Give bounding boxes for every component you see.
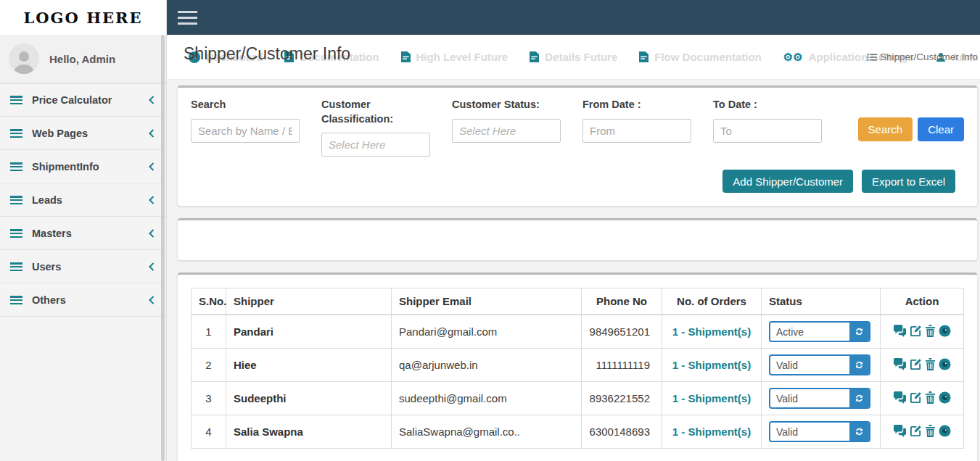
chevron-left-icon xyxy=(148,196,155,204)
edit-icon[interactable] xyxy=(910,358,922,370)
view-icon[interactable] xyxy=(939,391,951,404)
user-panel: Hello, Admin xyxy=(0,35,166,83)
sidebar-item-price-calculator[interactable]: Price Calculator xyxy=(0,83,166,117)
clear-button[interactable]: Clear xyxy=(918,117,964,141)
status-value: Valid xyxy=(770,393,849,404)
cell-status: Valid xyxy=(762,349,881,382)
search-input[interactable] xyxy=(191,119,300,143)
cell-actions xyxy=(881,382,964,415)
cell-shipper: Pandari xyxy=(226,315,392,349)
to-date-input[interactable] xyxy=(713,119,822,143)
customer-classification-select[interactable] xyxy=(321,133,430,157)
topnav-item-details-future[interactable]: Details Future xyxy=(530,51,617,63)
chevron-left-icon xyxy=(148,96,155,104)
search-button[interactable]: Search xyxy=(858,117,913,141)
from-date-input[interactable] xyxy=(582,119,691,143)
topnav-label: High Level Future xyxy=(416,51,508,63)
edit-icon[interactable] xyxy=(910,325,922,337)
edit-icon[interactable] xyxy=(910,425,922,437)
table-row: 3 Sudeepthi sudeepthi@gmail.com 89362215… xyxy=(192,382,964,415)
refresh-icon xyxy=(855,427,864,436)
shipments-link[interactable]: 1 - Shipment(s) xyxy=(662,415,762,449)
view-icon[interactable] xyxy=(939,358,951,370)
cell-sno: 3 xyxy=(192,382,226,415)
sidebar-item-masters[interactable]: Masters xyxy=(0,217,166,250)
chevron-left-icon xyxy=(148,162,155,171)
topnav-label: Flow Documentation xyxy=(654,51,762,63)
sidebar-item-shipmentinfo[interactable]: ShipmentInfo xyxy=(0,150,166,183)
cell-actions xyxy=(881,415,964,449)
cell-phone: 1111111119 xyxy=(582,349,662,382)
chevron-left-icon xyxy=(148,262,155,271)
col-orders: No. of Orders xyxy=(662,288,762,315)
status-refresh-button[interactable] xyxy=(849,423,869,441)
col-action: Action xyxy=(881,288,964,315)
sidebar-item-label: Web Pages xyxy=(32,128,148,139)
cell-email: sudeepthi@gmail.com xyxy=(392,382,582,415)
table-row: 2 Hiee qa@arjunweb.in 1111111119 1 - Shi… xyxy=(192,349,964,382)
topnav-label: Details Future xyxy=(545,51,617,63)
document-icon xyxy=(401,51,411,62)
delete-icon[interactable] xyxy=(925,425,936,437)
sidebar-item-leads[interactable]: Leads xyxy=(0,183,166,217)
sidebar-menu: Price Calculator Web Pages ShipmentInfo … xyxy=(0,83,166,317)
sidebar-item-label: Users xyxy=(32,261,148,273)
status-select[interactable]: Valid xyxy=(769,388,870,409)
status-value: Valid xyxy=(770,426,849,438)
cell-sno: 1 xyxy=(192,315,226,349)
status-select[interactable]: Valid xyxy=(769,354,870,375)
topnav-item-high-level-future[interactable]: High Level Future xyxy=(401,51,508,63)
sidebar-item-label: Masters xyxy=(32,228,148,239)
topnav-item-flow-documentation[interactable]: Flow Documentation xyxy=(639,51,762,63)
delete-icon[interactable] xyxy=(925,325,936,337)
search-label: Search xyxy=(191,98,300,112)
menu-bars-icon xyxy=(10,162,22,171)
hamburger-menu-icon[interactable] xyxy=(178,11,197,25)
col-phone: Phone No xyxy=(582,288,662,315)
cell-phone: 9849651201 xyxy=(582,315,662,349)
delete-icon[interactable] xyxy=(925,358,936,370)
sidebar-item-users[interactable]: Users xyxy=(0,250,166,283)
sidebar-item-others[interactable]: Others xyxy=(0,283,166,317)
edit-icon[interactable] xyxy=(910,391,922,404)
cell-shipper: Sudeepthi xyxy=(226,382,392,415)
delete-icon[interactable] xyxy=(925,391,936,404)
status-refresh-button[interactable] xyxy=(849,323,869,341)
cell-phone: 6300148693 xyxy=(582,415,662,449)
comments-icon[interactable] xyxy=(893,325,907,337)
sidebar: LOGO HERE Hello, Admin Price Calculator … xyxy=(0,0,167,461)
export-to-excel-button[interactable]: Export to Excel xyxy=(862,170,955,193)
shipments-link[interactable]: 1 - Shipment(s) xyxy=(662,349,762,382)
table-header-row: S.No. Shipper Shipper Email Phone No No.… xyxy=(192,288,964,315)
col-shipper: Shipper xyxy=(226,288,392,315)
sidebar-scrollbar[interactable] xyxy=(161,35,165,461)
top-navbar xyxy=(167,0,980,35)
menu-bars-icon xyxy=(10,96,22,104)
customer-status-select[interactable] xyxy=(452,119,561,143)
view-icon[interactable] xyxy=(939,425,951,437)
status-refresh-button[interactable] xyxy=(849,356,869,374)
status-select[interactable]: Active xyxy=(769,321,870,342)
sidebar-item-web-pages[interactable]: Web Pages xyxy=(0,117,166,150)
sidebar-item-label: Leads xyxy=(32,194,148,206)
sidebar-item-label: ShipmentInfo xyxy=(32,161,148,173)
shipments-link[interactable]: 1 - Shipment(s) xyxy=(662,315,762,349)
status-select[interactable]: Valid xyxy=(769,421,870,442)
status-refresh-button[interactable] xyxy=(849,389,869,407)
cell-email: qa@arjunweb.in xyxy=(392,349,582,382)
cell-sno: 2 xyxy=(192,349,226,382)
comments-icon[interactable] xyxy=(893,358,907,370)
shipments-link[interactable]: 1 - Shipment(s) xyxy=(662,382,762,415)
classification-label: Customer Classification: xyxy=(321,98,430,126)
add-shipper-customer-button[interactable]: Add Shipper/Customer xyxy=(722,170,853,193)
customer-status-label: Customer Status: xyxy=(452,98,561,112)
view-icon[interactable] xyxy=(939,325,951,337)
comments-icon[interactable] xyxy=(893,391,907,404)
document-icon xyxy=(639,51,648,62)
cell-shipper: Hiee xyxy=(226,349,392,382)
main-area: Dashboard Documentation High Level Futur… xyxy=(167,0,980,461)
comments-icon[interactable] xyxy=(893,425,907,437)
cell-shipper: Salia Swapna xyxy=(226,415,392,449)
from-date-label: From Date : xyxy=(582,98,691,112)
content-area: Search Customer Classification: Customer… xyxy=(167,80,980,461)
